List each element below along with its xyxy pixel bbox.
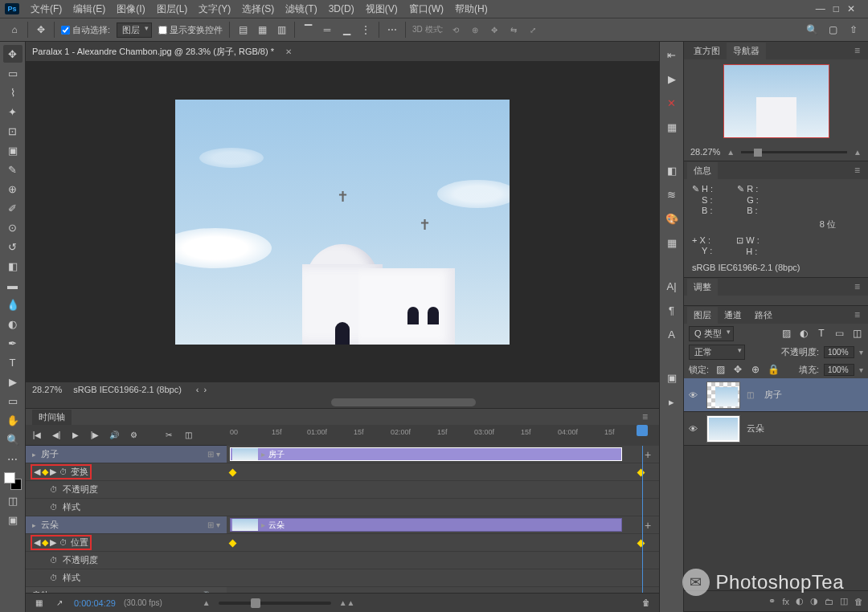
- align-top-icon[interactable]: ▔: [301, 23, 314, 36]
- render-icon[interactable]: ↗: [53, 597, 66, 610]
- playhead[interactable]: [637, 425, 648, 436]
- screen-mode-tool[interactable]: ▣: [3, 511, 23, 528]
- adjustment-layer-icon[interactable]: ◑: [810, 596, 818, 606]
- blur-tool[interactable]: 💧: [3, 296, 23, 313]
- glyphs-icon[interactable]: A|: [664, 278, 680, 294]
- filter-adjust-icon[interactable]: ◐: [797, 327, 810, 340]
- layer-row[interactable]: 👁 云朵: [684, 412, 868, 446]
- quick-select-tool[interactable]: ✦: [3, 103, 23, 120]
- align-right-icon[interactable]: ▥: [275, 23, 288, 36]
- auto-select-dropdown[interactable]: 图层: [117, 22, 152, 38]
- more-icon[interactable]: ⋯: [386, 23, 399, 36]
- filter-smart-icon[interactable]: ◫: [850, 327, 863, 340]
- keyframe-track[interactable]: [227, 463, 637, 480]
- visibility-icon[interactable]: 👁: [689, 424, 700, 434]
- fill-input[interactable]: [824, 364, 854, 376]
- split-icon[interactable]: ✂: [162, 429, 175, 442]
- timeline-layer[interactable]: ▸云朵⊞ ▾: [26, 516, 227, 533]
- add-audio-icon[interactable]: +: [637, 587, 659, 593]
- timeline-prop-position[interactable]: ◀◆▶⏱位置: [26, 534, 227, 551]
- menu-type[interactable]: 文字(Y): [194, 1, 235, 18]
- show-transform-checkbox[interactable]: 显示变换控件: [158, 24, 223, 36]
- path-select-tool[interactable]: ▶: [3, 373, 23, 390]
- layer-thumbnail[interactable]: [706, 381, 740, 409]
- tab-histogram[interactable]: 直方图: [687, 43, 727, 59]
- search-icon[interactable]: 🔍: [805, 23, 818, 36]
- convert-icon[interactable]: ▦: [32, 597, 45, 610]
- styles-icon[interactable]: ≋: [664, 186, 680, 202]
- menu-window[interactable]: 窗口(W): [404, 1, 448, 18]
- workspace-icon[interactable]: ▢: [826, 23, 839, 36]
- timeline-menu-icon[interactable]: ≡: [637, 411, 653, 422]
- history-brush-tool[interactable]: ↺: [3, 238, 23, 255]
- next-frame-icon[interactable]: |▶: [88, 429, 101, 442]
- clip[interactable]: ▸房子: [230, 447, 622, 461]
- dodge-tool[interactable]: ◐: [3, 315, 23, 333]
- timeline-prop-opacity[interactable]: ⏱不透明度: [26, 552, 227, 569]
- profile-readout[interactable]: sRGB IEC61966-2.1 (8bpc): [73, 385, 182, 394]
- minimize-button[interactable]: —: [816, 3, 825, 14]
- panel-menu-icon[interactable]: ≡: [850, 165, 865, 176]
- layer-row[interactable]: 👁 ◫ 房子: [684, 378, 868, 412]
- layer-name[interactable]: 房子: [764, 389, 782, 401]
- shape-tool[interactable]: ▭: [3, 392, 23, 410]
- pan-icon[interactable]: ✥: [488, 23, 501, 36]
- prev-frame-icon[interactable]: ◀|: [50, 429, 63, 442]
- zoom-in-icon[interactable]: ▲▲: [339, 598, 355, 607]
- move-tool-icon[interactable]: ✥: [35, 23, 47, 36]
- tab-layers[interactable]: 图层: [687, 307, 718, 324]
- home-icon[interactable]: ⌂: [8, 23, 21, 36]
- share-icon[interactable]: ⇧: [847, 23, 860, 36]
- nav-zoom-value[interactable]: 28.27%: [690, 147, 720, 157]
- nav-zoom-slider[interactable]: [741, 151, 847, 153]
- type-tool[interactable]: T: [3, 353, 23, 371]
- gradient-tool[interactable]: ▬: [3, 276, 23, 294]
- cancel-icon[interactable]: ✕: [664, 95, 680, 111]
- clip[interactable]: ▸云朵: [230, 518, 622, 532]
- libraries-icon[interactable]: ▦: [664, 119, 680, 135]
- panel-menu-icon[interactable]: ≡: [850, 45, 865, 56]
- tab-channels[interactable]: 通道: [718, 307, 748, 324]
- toolbar-more[interactable]: ⋯: [3, 450, 23, 467]
- blend-mode-dropdown[interactable]: 正常: [689, 345, 745, 360]
- add-track-icon[interactable]: +: [637, 516, 659, 533]
- zoom-tool[interactable]: 🔍: [3, 430, 23, 448]
- timeline-layer[interactable]: ▸房子⊞ ▾: [26, 446, 227, 463]
- h-scrollbar[interactable]: [26, 397, 659, 408]
- menu-file[interactable]: 文件(F): [26, 1, 67, 18]
- trash-icon[interactable]: 🗑: [640, 597, 653, 610]
- timeline-prop-style[interactable]: ⏱样式: [26, 499, 227, 516]
- layer-mask-icon[interactable]: ◫: [747, 390, 758, 399]
- eyedropper-tool[interactable]: ✎: [3, 161, 23, 178]
- hand-tool[interactable]: ✋: [3, 411, 23, 429]
- menu-filter[interactable]: 滤镜(T): [280, 1, 321, 18]
- timeline-ruler[interactable]: 00 15f 01:00f 15f 02:00f 15f 03:00f 15f …: [227, 425, 659, 446]
- move-tool[interactable]: ✥: [3, 45, 23, 63]
- menu-help[interactable]: 帮助(H): [450, 1, 493, 18]
- delete-layer-icon[interactable]: 🗑: [854, 597, 863, 606]
- character-icon[interactable]: A: [664, 326, 680, 342]
- filter-pixel-icon[interactable]: ▨: [780, 327, 792, 340]
- goto-first-icon[interactable]: |◀: [31, 429, 43, 442]
- link-layers-icon[interactable]: ⚭: [768, 596, 776, 606]
- audio-icon[interactable]: 🔊: [108, 429, 121, 442]
- frame-tool[interactable]: ▣: [3, 141, 23, 159]
- lock-pixels-icon[interactable]: ▨: [714, 363, 727, 376]
- timeline-prop-opacity[interactable]: ⏱不透明度: [26, 481, 227, 498]
- menu-select[interactable]: 选择(S): [237, 1, 279, 18]
- menu-layer[interactable]: 图层(L): [152, 1, 193, 18]
- menu-edit[interactable]: 编辑(E): [68, 1, 110, 18]
- zoom-out-icon[interactable]: ▲: [203, 598, 211, 607]
- slide-icon[interactable]: ⇆: [507, 23, 520, 36]
- panel-menu-icon[interactable]: ≡: [850, 281, 865, 292]
- swatches-icon[interactable]: ▦: [664, 235, 680, 251]
- distribute-icon[interactable]: ⋮: [359, 23, 372, 36]
- close-button[interactable]: ✕: [847, 3, 855, 14]
- crop-tool[interactable]: ⊡: [3, 122, 23, 140]
- tab-adjustments[interactable]: 调整: [687, 279, 718, 296]
- brush-tool[interactable]: ✐: [3, 199, 23, 217]
- lock-all-icon[interactable]: 🔒: [767, 363, 780, 376]
- layer-kind-dropdown[interactable]: Q 类型: [689, 326, 734, 341]
- quickmask-tool[interactable]: ◫: [3, 492, 23, 509]
- play-icon[interactable]: ▶: [69, 429, 82, 442]
